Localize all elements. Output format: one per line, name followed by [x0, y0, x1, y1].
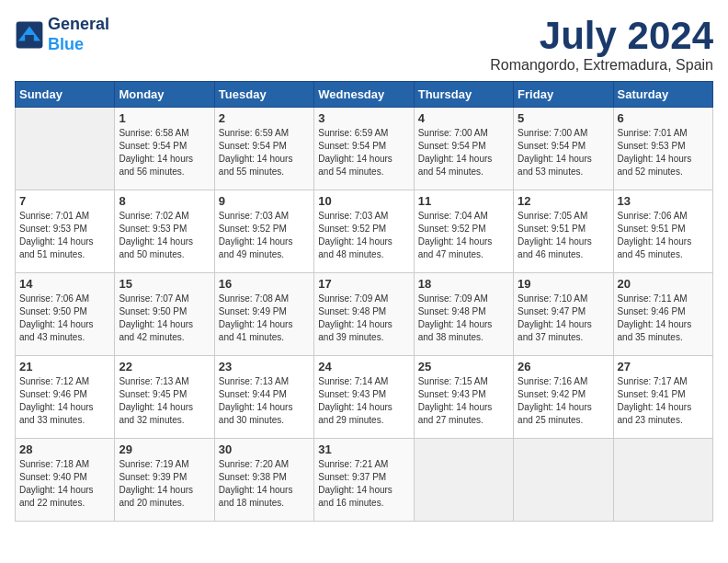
day-number: 30 — [219, 442, 310, 456]
day-info: Sunrise: 6:59 AMSunset: 9:54 PMDaylight:… — [318, 127, 409, 178]
calendar-cell: 20Sunrise: 7:11 AMSunset: 9:46 PMDayligh… — [613, 273, 712, 356]
calendar-cell: 24Sunrise: 7:14 AMSunset: 9:43 PMDayligh… — [314, 356, 414, 439]
day-number: 1 — [119, 111, 210, 125]
day-of-week-header: Saturday — [613, 82, 712, 108]
day-info: Sunrise: 7:03 AMSunset: 9:52 PMDaylight:… — [219, 210, 310, 261]
day-number: 25 — [418, 360, 509, 373]
page-header: General Blue July 2024 Romangordo, Extre… — [15, 15, 713, 74]
calendar-cell: 17Sunrise: 7:09 AMSunset: 9:48 PMDayligh… — [314, 273, 414, 356]
calendar-cell: 12Sunrise: 7:05 AMSunset: 9:51 PMDayligh… — [514, 190, 613, 273]
day-number: 3 — [318, 111, 409, 125]
calendar-cell: 7Sunrise: 7:01 AMSunset: 9:53 PMDaylight… — [16, 190, 115, 273]
calendar-cell: 1Sunrise: 6:58 AMSunset: 9:54 PMDaylight… — [115, 108, 214, 190]
day-info: Sunrise: 7:16 AMSunset: 9:42 PMDaylight:… — [518, 375, 609, 427]
calendar-cell: 9Sunrise: 7:03 AMSunset: 9:52 PMDaylight… — [214, 190, 313, 273]
day-number: 8 — [119, 194, 210, 208]
day-number: 27 — [618, 360, 709, 373]
calendar-cell: 22Sunrise: 7:13 AMSunset: 9:45 PMDayligh… — [115, 356, 214, 439]
day-number: 5 — [518, 111, 609, 125]
svg-rect-2 — [25, 35, 34, 42]
calendar-cell: 8Sunrise: 7:02 AMSunset: 9:53 PMDaylight… — [115, 190, 214, 273]
calendar-week-row: 1Sunrise: 6:58 AMSunset: 9:54 PMDaylight… — [16, 108, 713, 190]
calendar-cell: 30Sunrise: 7:20 AMSunset: 9:38 PMDayligh… — [214, 439, 313, 522]
day-number: 28 — [19, 442, 110, 456]
day-number: 9 — [219, 194, 310, 208]
logo-icon — [15, 20, 44, 50]
day-number: 21 — [19, 360, 110, 373]
day-info: Sunrise: 7:12 AMSunset: 9:46 PMDaylight:… — [19, 375, 110, 427]
title-section: July 2024 Romangordo, Extremadura, Spain — [490, 15, 713, 74]
day-info: Sunrise: 7:11 AMSunset: 9:46 PMDaylight:… — [618, 293, 709, 344]
day-info: Sunrise: 7:05 AMSunset: 9:51 PMDaylight:… — [518, 210, 609, 261]
day-info: Sunrise: 7:14 AMSunset: 9:43 PMDaylight:… — [318, 375, 409, 427]
calendar-cell — [16, 108, 115, 190]
day-of-week-header: Sunday — [16, 82, 115, 108]
day-info: Sunrise: 7:17 AMSunset: 9:41 PMDaylight:… — [618, 375, 709, 427]
day-number: 15 — [119, 277, 210, 291]
day-number: 2 — [219, 111, 310, 125]
day-number: 26 — [518, 360, 609, 373]
day-number: 29 — [119, 442, 210, 456]
day-info: Sunrise: 7:07 AMSunset: 9:50 PMDaylight:… — [119, 293, 210, 344]
calendar-week-row: 28Sunrise: 7:18 AMSunset: 9:40 PMDayligh… — [16, 439, 713, 522]
day-info: Sunrise: 7:08 AMSunset: 9:49 PMDaylight:… — [219, 293, 310, 344]
calendar-cell: 5Sunrise: 7:00 AMSunset: 9:54 PMDaylight… — [514, 108, 613, 190]
day-info: Sunrise: 7:18 AMSunset: 9:40 PMDaylight:… — [19, 458, 110, 510]
day-number: 10 — [318, 194, 409, 208]
day-number: 6 — [618, 111, 709, 125]
calendar-week-row: 7Sunrise: 7:01 AMSunset: 9:53 PMDaylight… — [16, 190, 713, 273]
day-info: Sunrise: 7:04 AMSunset: 9:52 PMDaylight:… — [418, 210, 509, 261]
day-info: Sunrise: 7:20 AMSunset: 9:38 PMDaylight:… — [219, 458, 310, 510]
month-title: July 2024 — [490, 15, 713, 57]
day-number: 12 — [518, 194, 609, 208]
logo: General Blue — [15, 15, 109, 54]
logo-text: General Blue — [48, 15, 109, 54]
calendar-cell: 18Sunrise: 7:09 AMSunset: 9:48 PMDayligh… — [414, 273, 513, 356]
day-number: 7 — [19, 194, 110, 208]
day-number: 4 — [418, 111, 509, 125]
calendar-cell: 3Sunrise: 6:59 AMSunset: 9:54 PMDaylight… — [314, 108, 414, 190]
calendar-cell: 6Sunrise: 7:01 AMSunset: 9:53 PMDaylight… — [613, 108, 712, 190]
day-info: Sunrise: 6:58 AMSunset: 9:54 PMDaylight:… — [119, 127, 210, 178]
day-info: Sunrise: 7:01 AMSunset: 9:53 PMDaylight:… — [19, 210, 110, 261]
day-number: 23 — [219, 360, 310, 373]
day-number: 14 — [19, 277, 110, 291]
calendar-cell: 28Sunrise: 7:18 AMSunset: 9:40 PMDayligh… — [16, 439, 115, 522]
day-number: 13 — [618, 194, 709, 208]
day-info: Sunrise: 7:09 AMSunset: 9:48 PMDaylight:… — [318, 293, 409, 344]
day-number: 22 — [119, 360, 210, 373]
day-info: Sunrise: 7:09 AMSunset: 9:48 PMDaylight:… — [418, 293, 509, 344]
calendar-cell: 13Sunrise: 7:06 AMSunset: 9:51 PMDayligh… — [613, 190, 712, 273]
day-info: Sunrise: 7:06 AMSunset: 9:50 PMDaylight:… — [19, 293, 110, 344]
calendar-cell: 21Sunrise: 7:12 AMSunset: 9:46 PMDayligh… — [16, 356, 115, 439]
location-title: Romangordo, Extremadura, Spain — [490, 57, 713, 74]
day-info: Sunrise: 7:03 AMSunset: 9:52 PMDaylight:… — [318, 210, 409, 261]
day-info: Sunrise: 7:13 AMSunset: 9:45 PMDaylight:… — [119, 375, 210, 427]
calendar-cell: 4Sunrise: 7:00 AMSunset: 9:54 PMDaylight… — [414, 108, 513, 190]
calendar-cell: 26Sunrise: 7:16 AMSunset: 9:42 PMDayligh… — [514, 356, 613, 439]
day-number: 17 — [318, 277, 409, 291]
day-info: Sunrise: 7:00 AMSunset: 9:54 PMDaylight:… — [518, 127, 609, 178]
day-info: Sunrise: 7:19 AMSunset: 9:39 PMDaylight:… — [119, 458, 210, 510]
day-of-week-header: Wednesday — [314, 82, 414, 108]
day-number: 11 — [418, 194, 509, 208]
calendar-cell: 16Sunrise: 7:08 AMSunset: 9:49 PMDayligh… — [214, 273, 313, 356]
day-info: Sunrise: 7:13 AMSunset: 9:44 PMDaylight:… — [219, 375, 310, 427]
calendar-cell: 2Sunrise: 6:59 AMSunset: 9:54 PMDaylight… — [214, 108, 313, 190]
day-of-week-header: Monday — [115, 82, 214, 108]
calendar-cell: 10Sunrise: 7:03 AMSunset: 9:52 PMDayligh… — [314, 190, 414, 273]
day-of-week-header: Friday — [514, 82, 613, 108]
day-of-week-header: Tuesday — [214, 82, 313, 108]
day-number: 18 — [418, 277, 509, 291]
day-number: 19 — [518, 277, 609, 291]
calendar-table: SundayMondayTuesdayWednesdayThursdayFrid… — [15, 81, 713, 522]
day-of-week-header: Thursday — [414, 82, 513, 108]
day-number: 31 — [318, 442, 409, 456]
calendar-week-row: 14Sunrise: 7:06 AMSunset: 9:50 PMDayligh… — [16, 273, 713, 356]
day-info: Sunrise: 7:00 AMSunset: 9:54 PMDaylight:… — [418, 127, 509, 178]
calendar-cell: 15Sunrise: 7:07 AMSunset: 9:50 PMDayligh… — [115, 273, 214, 356]
day-number: 20 — [618, 277, 709, 291]
calendar-cell: 23Sunrise: 7:13 AMSunset: 9:44 PMDayligh… — [214, 356, 313, 439]
calendar-week-row: 21Sunrise: 7:12 AMSunset: 9:46 PMDayligh… — [16, 356, 713, 439]
calendar-cell: 11Sunrise: 7:04 AMSunset: 9:52 PMDayligh… — [414, 190, 513, 273]
